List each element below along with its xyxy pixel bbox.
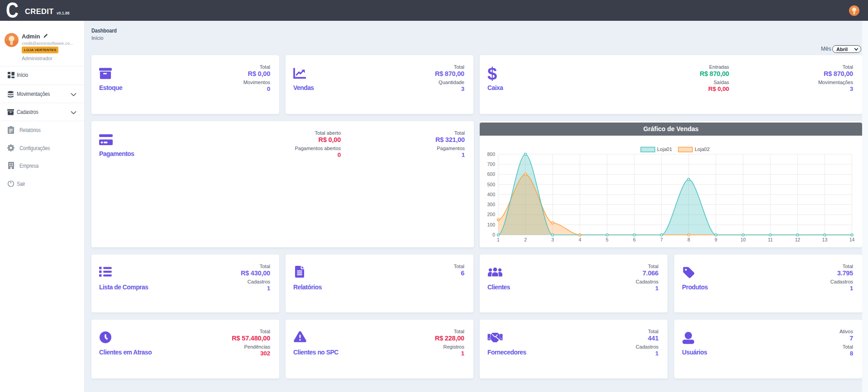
svg-text:4: 4 (578, 237, 581, 242)
svg-text:7: 7 (660, 237, 663, 242)
svg-text:Loja01: Loja01 (657, 146, 672, 152)
svg-text:200: 200 (487, 212, 495, 217)
svg-text:9: 9 (715, 237, 717, 242)
svg-text:Loja02: Loja02 (695, 146, 710, 152)
svg-text:13: 13 (822, 237, 828, 242)
svg-text:0: 0 (492, 232, 495, 237)
svg-text:300: 300 (487, 202, 495, 207)
svg-text:11: 11 (768, 237, 773, 242)
svg-text:10: 10 (740, 237, 746, 242)
svg-text:100: 100 (487, 222, 495, 227)
svg-text:500: 500 (487, 182, 495, 187)
svg-text:12: 12 (795, 237, 800, 242)
svg-text:1: 1 (497, 237, 500, 242)
svg-text:8: 8 (687, 237, 690, 242)
svg-text:2: 2 (524, 237, 527, 242)
svg-text:14: 14 (849, 237, 855, 242)
svg-text:600: 600 (487, 171, 495, 177)
svg-text:3: 3 (551, 237, 554, 242)
svg-text:700: 700 (487, 161, 495, 167)
svg-text:400: 400 (487, 192, 495, 197)
svg-text:6: 6 (633, 237, 636, 242)
svg-text:5: 5 (606, 237, 609, 242)
svg-text:800: 800 (487, 151, 495, 157)
